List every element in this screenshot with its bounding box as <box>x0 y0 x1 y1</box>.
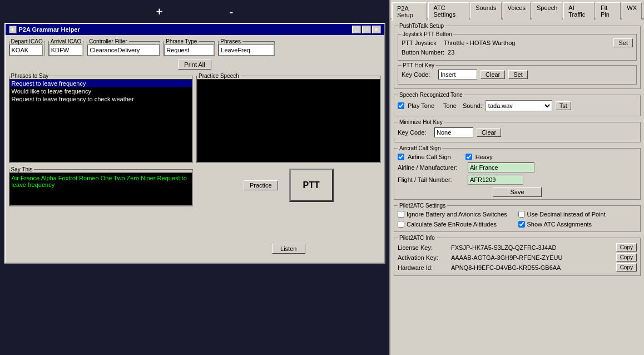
print-all-button[interactable]: Print All <box>178 60 211 70</box>
airline-call-sign-label: Airline Call Sign <box>408 154 451 160</box>
sound-label: Sound: <box>463 102 482 109</box>
tab-bar: P2A Setup ATC Settings Sounds Voices Spe… <box>390 0 644 19</box>
tab-p2a-setup[interactable]: P2A Setup <box>392 2 427 21</box>
play-tone-checkbox[interactable] <box>398 102 404 109</box>
save-button[interactable]: Save <box>493 187 541 197</box>
hardware-id-row: Hardware Id: APNQ8-H9EFC-D4VBG-KRD55-GB6… <box>398 263 637 272</box>
airline-manufacturer-label: Airline / Manufacturer: <box>398 164 464 171</box>
phrases-list[interactable]: Request to leave frequency Would like to… <box>9 79 193 162</box>
sound-select[interactable]: tada.wav ding.wav <box>486 100 552 111</box>
controller-label: Controller Filter <box>87 38 128 45</box>
ptt-joystick-value: Throttle - HOTAS Warthog <box>444 40 610 46</box>
aircraft-call-sign-label: Aircraft Call Sign <box>398 145 442 151</box>
tab-wx[interactable]: WX <box>622 2 642 19</box>
maximize-button[interactable]: □ <box>362 26 371 33</box>
license-key-label: License Key: <box>398 244 448 251</box>
pilot2atc-info-section: Pilot2ATC Info License Key: FXSJP-HK7A5-… <box>394 235 641 276</box>
practice-button[interactable]: Practice <box>244 180 278 190</box>
show-atc-checkbox[interactable] <box>518 221 525 228</box>
use-decimal-label: Use Decimal instead of Point <box>527 211 606 218</box>
activation-key-value: AAAAB-AGTGA-3GH9P-RFENE-ZYEUU <box>451 254 613 261</box>
practice-speech-label: Practice Speech <box>197 73 241 79</box>
arrival-icao-group: Arrival ICAO <box>48 38 84 56</box>
use-decimal-row: Use Decimal instead of Point <box>518 211 637 218</box>
practice-section: Practice Speech Practice PTT Remember to… <box>196 73 381 259</box>
input-row: Depart ICAO Arrival ICAO Controller Filt… <box>9 38 381 56</box>
call-sign-checkboxes: Airline Call Sign Heavy <box>398 154 637 160</box>
phrases-label: Phrases <box>219 38 242 45</box>
say-this-group: Say This Air France Alpha Foxtrot Romeo … <box>9 166 194 206</box>
controller-filter-select[interactable]: ClearanceDelivery Ground Tower <box>87 45 160 56</box>
list-item[interactable]: Request to leave frequency <box>10 80 192 87</box>
phrases-group: Phrases LeaveFreq CheckWeather <box>218 38 275 56</box>
hardware-copy-button[interactable]: Copy <box>616 263 637 272</box>
minimize-key-input[interactable] <box>434 127 473 137</box>
plus-icon[interactable]: + <box>156 6 163 18</box>
pilot2atc-info-label: Pilot2ATC Info <box>398 235 437 241</box>
hardware-id-value: APNQ8-H9EFC-D4VBG-KRD55-GB6AA <box>451 264 613 271</box>
ptt-button[interactable]: PTT <box>289 169 334 202</box>
list-item[interactable]: Request to leave frequency to check weat… <box>10 95 192 103</box>
tail-number-input[interactable] <box>468 175 523 185</box>
clear-button-1[interactable]: Clear <box>480 70 505 79</box>
phrases-section: Phrases to Say Request to leave frequenc… <box>9 73 194 259</box>
list-item[interactable]: Would like to leave frequency <box>10 87 192 95</box>
ignore-battery-checkbox[interactable] <box>398 211 404 218</box>
minimize-button[interactable]: _ <box>352 26 361 33</box>
button-number-row: Button Number: 23 <box>402 49 633 56</box>
minimize-hot-key-label: Minimize Hot Key <box>398 119 444 125</box>
right-panel: P2A Setup ATC Settings Sounds Voices Spe… <box>389 0 644 355</box>
say-this-text: Air France Alpha Foxtrot Romeo One Two Z… <box>9 172 193 206</box>
window-controls: _ □ × <box>352 26 381 33</box>
minus-icon[interactable]: - <box>230 6 234 18</box>
license-key-value: FXSJP-HK7A5-S3LZQ-QZFRC-3J4AD <box>451 244 613 251</box>
phrases-select[interactable]: LeaveFreq CheckWeather <box>219 45 274 56</box>
ignore-battery-label: Ignore Battery and Avionics Switches <box>407 211 507 218</box>
heavy-checkbox[interactable] <box>465 154 472 160</box>
push-to-talk-section: PushToTalk Setup Joystick PTT Button PTT… <box>394 23 641 89</box>
depart-icao-input[interactable] <box>9 45 43 56</box>
practice-controls: Practice PTT Remember to hold the PTT bu… <box>196 163 381 259</box>
depart-label: Depart ICAO <box>9 38 44 45</box>
close-button[interactable]: × <box>372 26 381 33</box>
calculate-safe-label: Calculate Safe EnRoute Altitudes <box>407 221 497 228</box>
airline-call-sign-checkbox[interactable] <box>398 154 404 160</box>
use-decimal-checkbox[interactable] <box>518 211 525 218</box>
speech-tone-label: Speech Recognized Tone <box>398 92 464 98</box>
tab-speech[interactable]: Speech <box>532 2 562 19</box>
phrases-to-say-group: Phrases to Say Request to leave frequenc… <box>9 73 194 163</box>
push-to-talk-label: PushToTalk Setup <box>398 23 445 29</box>
play-tone-label: Play Tone <box>408 102 434 109</box>
minimize-hot-key-section: Minimize Hot Key Key Code: Clear <box>394 119 641 142</box>
joystick-set-button[interactable]: Set <box>613 38 633 47</box>
plus-minus-controls: + - <box>6 6 384 18</box>
title-left: ✈ P2A Grammar Helper <box>9 26 80 33</box>
key-code-input[interactable] <box>438 70 477 80</box>
grammar-helper-window: ✈ P2A Grammar Helper _ □ × Depart ICAO A… <box>4 23 385 264</box>
reminder-text: Remember to hold the PTT button momentar… <box>225 208 353 238</box>
show-atc-row: Show ATC Assignments <box>518 221 637 228</box>
license-copy-button[interactable]: Copy <box>616 243 637 252</box>
set-button-2[interactable]: Set <box>508 70 528 79</box>
left-panel: + - ✈ P2A Grammar Helper _ □ × Depart IC… <box>0 0 389 355</box>
license-key-row: License Key: FXSJP-HK7A5-S3LZQ-QZFRC-3J4… <box>398 243 637 252</box>
tab-atc-settings[interactable]: ATC Settings <box>428 2 469 19</box>
title-bar: ✈ P2A Grammar Helper _ □ × <box>6 24 384 35</box>
activation-copy-button[interactable]: Copy <box>616 253 637 262</box>
tone-label: Tone <box>443 102 457 109</box>
phrase-type-select[interactable]: Request Readback <box>164 45 214 56</box>
practice-text-area <box>197 79 380 162</box>
calculate-safe-checkbox[interactable] <box>398 221 404 228</box>
min-key-code-label: Key Code: <box>398 129 431 136</box>
tab-sounds[interactable]: Sounds <box>470 2 501 19</box>
ptt-joystick-label: PTT Joystick <box>402 40 440 46</box>
main-content: Phrases to Say Request to leave frequenc… <box>9 73 381 259</box>
listen-button[interactable]: Listen <box>272 244 305 254</box>
tab-flt-pln[interactable]: Flt Pln <box>596 2 621 19</box>
test-button[interactable]: Tst <box>556 101 571 110</box>
airline-manufacturer-input[interactable] <box>468 162 534 172</box>
arrival-icao-input[interactable] <box>49 45 82 56</box>
clear-button-2[interactable]: Clear <box>477 128 501 137</box>
tab-ai-traffic[interactable]: AI Traffic <box>563 2 595 19</box>
tab-voices[interactable]: Voices <box>503 2 531 19</box>
